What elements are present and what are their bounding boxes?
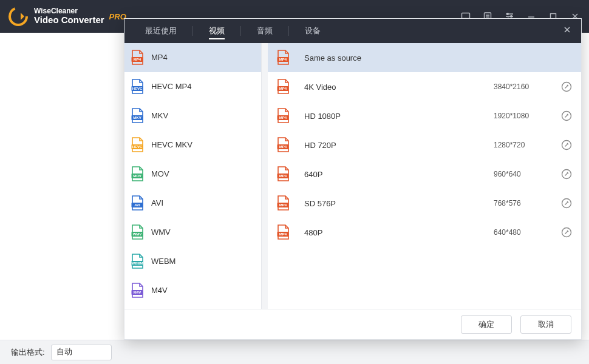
tab-separator — [240, 26, 241, 36]
edit-icon[interactable] — [560, 139, 573, 151]
format-label: WEBM — [151, 257, 175, 266]
output-format-value: 自动 — [56, 347, 72, 356]
tab-recent[interactable]: 最近使用 — [137, 19, 185, 43]
app-logo-icon — [9, 7, 28, 26]
resolution-item[interactable]: MP4 HD 1080P 1920*1080 — [268, 101, 581, 130]
svg-text:MP4: MP4 — [279, 58, 287, 61]
svg-text:MP4: MP4 — [279, 87, 287, 90]
file-type-icon: MP4 — [276, 50, 290, 66]
resolution-name: HD 720P — [304, 141, 494, 150]
ok-button[interactable]: 确定 — [461, 315, 512, 334]
file-type-icon: HEVC — [131, 79, 144, 95]
resolution-name: 640P — [304, 170, 494, 179]
svg-point-3 — [507, 13, 509, 15]
resolution-name: 480P — [304, 228, 494, 237]
edit-icon[interactable] — [560, 81, 573, 93]
format-label: WMV — [151, 228, 171, 237]
format-item[interactable]: WMV WMV — [124, 218, 261, 247]
svg-text:M4V: M4V — [134, 291, 141, 294]
svg-text:MP4: MP4 — [279, 203, 287, 207]
svg-text:MOV: MOV — [133, 174, 141, 178]
tab-audio[interactable]: 音频 — [248, 19, 281, 43]
resolution-name: Same as source — [304, 53, 494, 62]
format-label: M4V — [151, 286, 168, 295]
file-type-icon: MP4 — [276, 195, 290, 211]
output-format-label: 输出格式: — [11, 347, 45, 358]
edit-icon[interactable] — [560, 197, 573, 209]
resolution-dimensions: 1280*720 — [494, 141, 560, 149]
format-item[interactable]: AVI AVI — [124, 189, 261, 218]
resolution-item[interactable]: MP4 4K Video 3840*2160 — [268, 72, 581, 101]
svg-text:MP4: MP4 — [134, 58, 141, 61]
format-label: MOV — [151, 169, 169, 178]
resolution-dimensions: 768*576 — [494, 199, 560, 207]
cancel-button[interactable]: 取消 — [520, 315, 571, 334]
panel-tabbar: 最近使用 视频 音频 设备 — [124, 19, 581, 43]
file-type-icon: WMV — [131, 224, 144, 240]
format-label: MKV — [151, 111, 168, 120]
svg-text:MKV: MKV — [133, 116, 141, 120]
format-list[interactable]: MP4 MP4 HEVC HEVC MP4 MKV MKV HEVC HEVC … — [124, 43, 262, 309]
tab-separator — [192, 26, 193, 36]
tab-separator — [288, 26, 289, 36]
format-item[interactable]: HEVC HEVC MP4 — [124, 72, 261, 101]
format-label: HEVC MP4 — [151, 82, 191, 91]
svg-point-4 — [511, 16, 512, 18]
format-panel: 最近使用 视频 音频 设备 MP4 MP4 HEVC HEVC MP4 MKV … — [124, 18, 582, 340]
svg-text:MP4: MP4 — [279, 145, 287, 149]
format-item[interactable]: HEVC HEVC MKV — [124, 130, 261, 160]
svg-text:AVI: AVI — [134, 203, 140, 207]
statusbar: 输出格式: 自动 — [0, 340, 589, 364]
file-type-icon: MKV — [131, 108, 144, 124]
file-type-icon: MP4 — [276, 224, 290, 240]
tab-video[interactable]: 视频 — [200, 19, 233, 43]
output-format-select[interactable]: 自动 — [51, 345, 112, 360]
file-type-icon: HEVC — [131, 137, 144, 153]
panel-footer: 确定 取消 — [124, 309, 581, 339]
file-type-icon: MP4 — [276, 137, 290, 153]
file-type-icon: MP4 — [276, 79, 290, 95]
svg-text:MP4: MP4 — [279, 116, 287, 120]
resolution-name: HD 1080P — [304, 112, 494, 121]
file-type-icon: AVI — [131, 195, 144, 211]
tab-device[interactable]: 设备 — [296, 19, 329, 43]
panel-close-icon[interactable] — [563, 25, 571, 36]
file-type-icon: M4V — [131, 283, 144, 298]
svg-text:WEBM: WEBM — [132, 261, 143, 265]
format-item[interactable]: MKV MKV — [124, 101, 261, 130]
format-item[interactable]: MP4 MP4 — [124, 43, 261, 72]
format-item[interactable]: WEBM WEBM — [124, 247, 261, 276]
resolution-dimensions: 640*480 — [494, 228, 560, 237]
file-type-icon: MP4 — [276, 108, 290, 124]
file-type-icon: MOV — [131, 166, 144, 182]
resolution-item[interactable]: MP4 480P 640*480 — [268, 218, 581, 247]
format-label: AVI — [151, 198, 163, 207]
resolution-dimensions: 960*640 — [494, 170, 560, 178]
format-item[interactable]: M4V M4V — [124, 276, 261, 305]
svg-text:HEVC: HEVC — [132, 87, 143, 90]
resolution-item[interactable]: MP4 SD 576P 768*576 — [268, 189, 581, 218]
svg-text:HEVC: HEVC — [132, 145, 143, 149]
resolution-name: 4K Video — [304, 83, 494, 92]
file-type-icon: WEBM — [131, 254, 144, 269]
resolution-item[interactable]: MP4 HD 720P 1280*720 — [268, 130, 581, 160]
resolution-name: SD 576P — [304, 199, 494, 208]
format-label: MP4 — [151, 53, 168, 62]
file-type-icon: MP4 — [276, 166, 290, 182]
format-label: HEVC MKV — [151, 140, 192, 149]
format-item[interactable]: MOV MOV — [124, 160, 261, 189]
brand: WiseCleaner Video Converter — [34, 7, 104, 25]
resolution-item[interactable]: MP4 Same as source — [268, 43, 581, 72]
edit-icon[interactable] — [560, 168, 573, 180]
resolution-dimensions: 1920*1080 — [494, 112, 560, 120]
file-type-icon: MP4 — [131, 50, 144, 66]
resolution-dimensions: 3840*2160 — [494, 83, 560, 91]
svg-text:MP4: MP4 — [279, 174, 287, 178]
edit-icon[interactable] — [560, 226, 573, 238]
svg-text:WMV: WMV — [133, 232, 142, 236]
panel-body: MP4 MP4 HEVC HEVC MP4 MKV MKV HEVC HEVC … — [124, 43, 581, 309]
svg-text:MP4: MP4 — [279, 232, 287, 236]
resolution-list: MP4 Same as source MP4 4K Video 3840*216… — [268, 43, 581, 309]
edit-icon[interactable] — [560, 110, 573, 122]
resolution-item[interactable]: MP4 640P 960*640 — [268, 160, 581, 189]
